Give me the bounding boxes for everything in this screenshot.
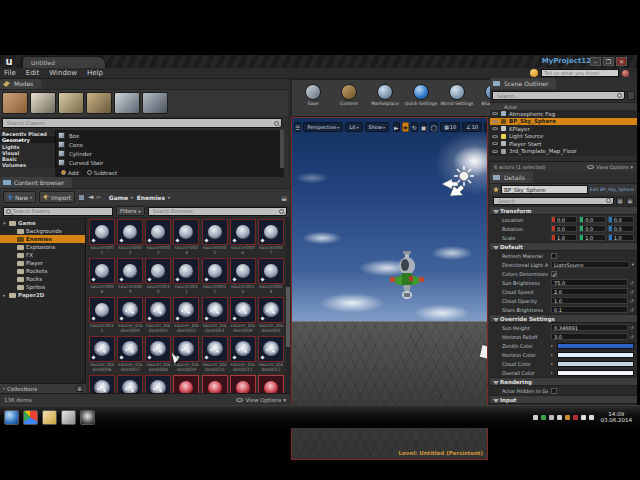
actor-name-field[interactable]: BP_Sky_Sphere	[501, 185, 588, 194]
folder-tree-item[interactable]: Rockets	[0, 267, 85, 275]
edit-blueprint-link[interactable]: Edit BP_Sky_Sphere	[590, 187, 634, 192]
asset-tile[interactable]	[89, 375, 115, 393]
view-mode-button[interactable]: Lit▾	[345, 122, 362, 132]
asset-tile[interactable]: saucer0002	[117, 219, 143, 256]
asset-tile[interactable]	[258, 375, 284, 393]
y-value-field[interactable]: 0.0	[579, 216, 605, 223]
z-value-field[interactable]: 0.0	[608, 225, 634, 232]
visibility-eye-icon[interactable]	[492, 142, 498, 145]
asset-tile[interactable]	[230, 375, 256, 393]
level-tab[interactable]: Untitled	[22, 56, 106, 68]
move-tool[interactable]: ✚	[402, 122, 409, 132]
geometry-mode-icon[interactable]	[114, 92, 140, 114]
menu-item[interactable]: Window	[49, 69, 77, 77]
world-picker-icon[interactable]	[627, 91, 635, 100]
perspective-button[interactable]: Perspective▾	[303, 122, 343, 132]
asset-tile[interactable]: saucer_blades0004	[230, 297, 256, 334]
number-field[interactable]: 3.0	[551, 333, 628, 340]
maximize-button[interactable]: ❐	[603, 57, 614, 66]
checkbox[interactable]	[551, 388, 557, 394]
view-options-button[interactable]: View Options ▾	[236, 397, 286, 403]
scale-snap-button[interactable]: ▱0.25	[484, 122, 488, 132]
number-field[interactable]: 0.1	[551, 306, 628, 313]
folder-tree-item[interactable]: Explosions	[0, 243, 85, 251]
landscape-mode-icon[interactable]	[58, 92, 84, 114]
tray-network[interactable]	[557, 415, 562, 420]
breadcrumb-enemies[interactable]: Enemies	[137, 194, 165, 201]
asset-tile[interactable]: saucer0015	[89, 297, 115, 334]
folder-tree-item[interactable]: ▸ Paper2D	[0, 291, 85, 299]
asset-tile[interactable]: saucer_blades0002	[173, 297, 199, 334]
chrome-icon[interactable]	[23, 410, 38, 425]
tab-content-browser[interactable]: Content Browser	[0, 177, 72, 188]
report-bug-icon[interactable]	[622, 70, 629, 77]
tray-lang[interactable]	[533, 415, 538, 420]
asset-tile[interactable]: saucer0008	[89, 258, 115, 295]
close-button[interactable]: ✕	[616, 57, 627, 66]
search-folders-input[interactable]	[11, 207, 110, 215]
asset-tile[interactable]: saucer0001	[89, 219, 115, 256]
number-field[interactable]: 0.346891	[551, 324, 628, 331]
section-rendering[interactable]: Rendering	[490, 377, 637, 386]
paint-mode-icon[interactable]	[30, 92, 56, 114]
note-actor-icon[interactable]	[480, 345, 488, 359]
filters-button[interactable]: Filters ▾	[116, 206, 145, 216]
asset-tile[interactable]	[145, 375, 171, 393]
asset-tile[interactable]: saucer_blades0007	[117, 336, 143, 373]
asset-tile[interactable]: saucer0012	[202, 258, 228, 295]
outliner-view-options-button[interactable]: View Options ▾	[587, 164, 633, 170]
scale-tool[interactable]: ▣	[420, 122, 428, 132]
z-value-field[interactable]: 0.0	[608, 216, 634, 223]
color-swatch[interactable]	[557, 361, 634, 367]
reset-icon[interactable]: ↺	[630, 334, 634, 340]
color-swatch[interactable]	[557, 352, 634, 358]
asset-tile[interactable]: saucer0006	[230, 219, 256, 256]
modes-scrollbar[interactable]	[280, 130, 284, 168]
checkbox[interactable]	[551, 271, 557, 277]
outliner-actor-row[interactable]: KPlayer	[490, 125, 637, 133]
asset-tile[interactable]: saucer0007	[258, 219, 284, 256]
asset-tile[interactable]: saucer0009	[117, 258, 143, 295]
menu-item[interactable]: Edit	[26, 69, 40, 77]
display-filter-icon[interactable]: ◉	[626, 197, 634, 205]
asset-tile[interactable]: saucer_blades0000	[117, 297, 143, 334]
menu-item[interactable]: File	[4, 69, 16, 77]
search-classes-input[interactable]	[5, 119, 274, 127]
section-override-settings[interactable]: Override Settings	[490, 314, 637, 323]
number-field[interactable]: 75.0	[551, 279, 628, 286]
tray-sound[interactable]	[549, 415, 554, 420]
y-value-field[interactable]: 1.0	[579, 234, 605, 241]
visibility-eye-icon[interactable]	[492, 150, 498, 153]
back-arrow-icon[interactable]: ◄	[88, 193, 93, 201]
folder-tree-item[interactable]: FX	[0, 251, 85, 259]
visibility-eye-icon[interactable]	[492, 135, 498, 138]
reset-icon[interactable]: ↺	[630, 325, 634, 331]
asset-tile[interactable]: saucer_blades0001	[145, 297, 171, 334]
feedback-input[interactable]	[541, 69, 619, 77]
directional-light-gizmo[interactable]	[440, 162, 480, 198]
folder-tree-item[interactable]: Player	[0, 259, 85, 267]
placement-item[interactable]: Cylinder	[58, 149, 278, 158]
browser-icon[interactable]	[4, 410, 19, 425]
asset-tile[interactable]: saucer0011	[173, 258, 199, 295]
menu-item[interactable]: Help	[87, 69, 103, 77]
number-field[interactable]: 1.0	[551, 297, 628, 304]
asset-tile[interactable]	[173, 375, 199, 393]
tray-update[interactable]	[565, 415, 570, 420]
placement-item[interactable]: Box	[58, 131, 278, 140]
placement-item[interactable]: Cone	[58, 140, 278, 149]
photo-viewer-icon[interactable]	[61, 410, 76, 425]
rotate-tool[interactable]: ↻	[411, 122, 418, 132]
asset-tile[interactable]	[202, 375, 228, 393]
bsp-mode-icon[interactable]	[142, 92, 168, 114]
world-settings-button[interactable]: World Settings	[440, 82, 474, 106]
tray-gpu[interactable]	[541, 415, 546, 420]
visibility-eye-icon[interactable]	[492, 120, 498, 123]
outliner-search-input[interactable]	[495, 92, 617, 100]
place-mode-icon[interactable]	[2, 92, 28, 114]
foliage-mode-icon[interactable]	[86, 92, 112, 114]
content-button[interactable]: Content	[332, 82, 366, 106]
asset-tile[interactable]: saucer_blades0010	[202, 336, 228, 373]
asset-tile[interactable]: saucer0010	[145, 258, 171, 295]
asset-tile[interactable]: saucer0014	[258, 258, 284, 295]
